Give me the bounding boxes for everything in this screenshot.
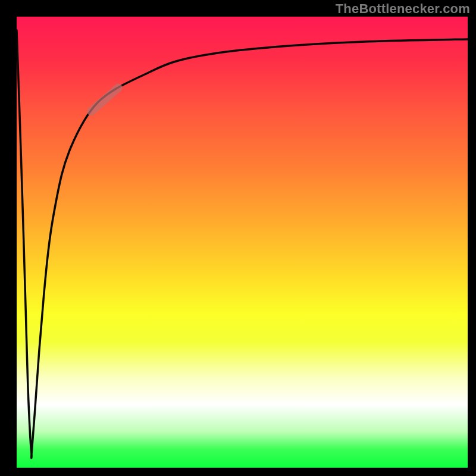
watermark-text: TheBottlenecker.com (336, 1, 470, 17)
curve-path (17, 30, 468, 458)
highlight-marker (91, 87, 118, 111)
chart-frame: TheBottlenecker.com (0, 0, 476, 476)
y-axis-band (0, 14, 17, 468)
svg-line-0 (91, 87, 118, 111)
x-axis-band (14, 468, 476, 476)
plot-area (17, 17, 468, 468)
curve-layer (17, 17, 468, 468)
